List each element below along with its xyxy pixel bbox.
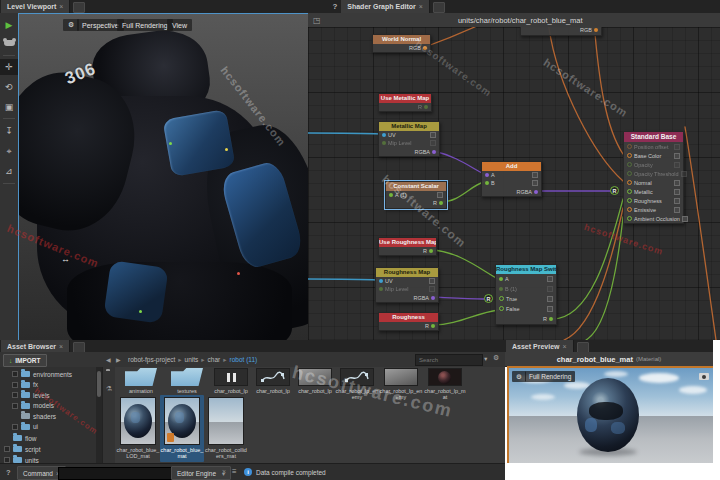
output-port[interactable]: [429, 249, 433, 253]
asset-item-char-robot-lp-enemy-chr[interactable]: char_robot_lp_enemy: [335, 368, 379, 401]
output-port[interactable]: [549, 317, 553, 321]
asset-item-animation-folder[interactable]: animation: [117, 368, 165, 394]
tree-item-models[interactable]: models: [12, 401, 54, 411]
new-tab-button[interactable]: [73, 2, 85, 13]
edit-icon[interactable]: [429, 286, 435, 292]
import-button[interactable]: ↓ IMPORT: [3, 354, 47, 367]
tree-item-fx[interactable]: fx: [12, 380, 38, 390]
breadcrumb-item[interactable]: robot-fps-project: [128, 356, 175, 364]
breadcrumb-item[interactable]: units: [185, 356, 199, 364]
input-port[interactable]: [382, 133, 386, 137]
tree-item-levels[interactable]: levels: [12, 390, 50, 400]
asset-item-char-robot-blue-lod-mat[interactable]: char_robot_blue_LOD_mat: [116, 397, 160, 460]
close-icon[interactable]: ×: [419, 3, 423, 10]
new-folder-icon[interactable]: [106, 371, 114, 378]
input-port[interactable]: [379, 279, 383, 283]
rotate-tool-button[interactable]: ⟲: [0, 79, 18, 95]
expander-icon[interactable]: [4, 446, 10, 452]
asset-preview-viewport[interactable]: ⚙ Full Rendering: [507, 366, 715, 465]
asset-item-char-robot-lp-chr[interactable]: char_robot_lp: [251, 368, 295, 394]
input-port[interactable]: [485, 173, 489, 177]
swizzle-r-badge-switch[interactable]: R: [484, 294, 493, 303]
edit-icon[interactable]: [430, 140, 436, 146]
edit-icon[interactable]: [674, 189, 680, 195]
tab-level-viewport[interactable]: Level Viewport ×: [1, 0, 70, 13]
edit-icon[interactable]: [547, 286, 553, 292]
filter-icon[interactable]: ▼: [483, 356, 488, 362]
tab-asset-preview[interactable]: Asset Preview ×: [506, 340, 574, 352]
edit-icon[interactable]: [547, 306, 553, 312]
edit-icon[interactable]: [682, 216, 688, 222]
play-game-button[interactable]: ▶: [0, 17, 18, 33]
node-roughness-map[interactable]: Roughness Map UV Mip Level RGBA: [375, 267, 439, 303]
tree-item-ui[interactable]: ui: [12, 422, 38, 432]
tree-scrollbar-thumb[interactable]: [97, 371, 101, 397]
help-icon[interactable]: ?: [6, 468, 11, 477]
close-log-icon[interactable]: ×: [222, 468, 226, 475]
viewport-rendering-menu[interactable]: Full Rendering: [117, 19, 173, 31]
swizzle-r-badge-metallic[interactable]: R: [610, 186, 619, 195]
node-use-roughness-map[interactable]: Use Roughness Map R: [378, 237, 437, 256]
edit-icon[interactable]: [547, 296, 553, 302]
popout-window-icon[interactable]: ◳: [313, 16, 321, 25]
breadcrumb-item[interactable]: char: [208, 356, 221, 364]
input-port[interactable]: [389, 193, 393, 197]
gamepad-icon[interactable]: [0, 35, 18, 51]
viewport-view-menu[interactable]: View: [167, 19, 192, 31]
new-tab-button[interactable]: [433, 2, 445, 13]
input-port[interactable]: [627, 180, 632, 185]
edit-icon[interactable]: [532, 172, 538, 178]
node-use-metallic-map[interactable]: Use Metallic Map R: [378, 93, 432, 112]
edit-icon[interactable]: [674, 180, 680, 186]
shader-graph-canvas[interactable]: RGB World Normal RGB Use Metallic Map R …: [308, 27, 720, 340]
edit-icon[interactable]: [430, 132, 436, 138]
input-port[interactable]: [627, 153, 632, 158]
snap-angle-button[interactable]: ⊿: [0, 163, 18, 179]
preview-rendering-mode[interactable]: Full Rendering: [525, 371, 575, 382]
close-icon[interactable]: ×: [59, 3, 63, 10]
camera-icon[interactable]: [699, 373, 709, 380]
edit-icon[interactable]: [674, 198, 680, 204]
input-port[interactable]: [627, 171, 632, 176]
recent-assets-icon[interactable]: ⚗: [106, 385, 114, 392]
input-port[interactable]: [627, 207, 632, 212]
preview-settings-button[interactable]: ⚙: [512, 371, 526, 382]
asset-item-char-robot-lp-skel[interactable]: char_robot_lp: [293, 368, 337, 394]
node-constant-scalar[interactable]: Constant Scalar A (1) R: [385, 181, 447, 209]
input-port[interactable]: [485, 181, 489, 185]
breadcrumb-item-current[interactable]: robot (11): [230, 356, 258, 364]
input-port[interactable]: [627, 189, 632, 194]
expander-icon[interactable]: [12, 403, 18, 409]
edit-icon[interactable]: [429, 278, 435, 284]
edit-icon[interactable]: [674, 162, 680, 168]
output-port[interactable]: [423, 46, 427, 50]
close-icon[interactable]: ×: [562, 343, 566, 350]
tree-item-units[interactable]: units: [4, 455, 39, 463]
back-button[interactable]: ◀: [106, 356, 111, 363]
node-standard-base[interactable]: Standard Base Position offset Base Color…: [623, 131, 684, 224]
asset-item-char-robot-blue-mat-selected[interactable]: char_robot_blue_mat: [160, 395, 204, 462]
asset-item-char-robot-lp-mat[interactable]: char_robot_lp_mat: [423, 368, 467, 401]
close-icon[interactable]: ×: [59, 343, 63, 350]
expander-icon[interactable]: [12, 424, 18, 430]
output-port[interactable]: [424, 105, 428, 109]
expander-icon[interactable]: [12, 392, 18, 398]
input-port[interactable]: [379, 287, 383, 291]
edit-icon[interactable]: [674, 153, 680, 159]
command-input[interactable]: [58, 467, 172, 480]
tree-item-script[interactable]: script: [4, 444, 41, 454]
input-port[interactable]: [627, 144, 632, 149]
input-port[interactable]: [499, 306, 504, 311]
edit-icon[interactable]: [681, 171, 687, 177]
tab-shader-graph-editor[interactable]: Shader Graph Editor ×: [341, 0, 430, 13]
input-port[interactable]: [499, 277, 503, 281]
menu-icon[interactable]: ≡: [232, 467, 237, 476]
input-port[interactable]: [627, 216, 632, 221]
input-port[interactable]: [627, 162, 632, 167]
output-port[interactable]: [431, 296, 435, 300]
asset-item-char-robot-lp-enemy-skel[interactable]: char_robot_lp_enemy: [379, 368, 423, 401]
move-tool-button[interactable]: ✛: [0, 59, 18, 75]
node-add[interactable]: Add A B RGBA: [481, 161, 542, 197]
drop-to-floor-button[interactable]: ↧: [0, 123, 18, 139]
edit-icon[interactable]: [437, 192, 443, 198]
